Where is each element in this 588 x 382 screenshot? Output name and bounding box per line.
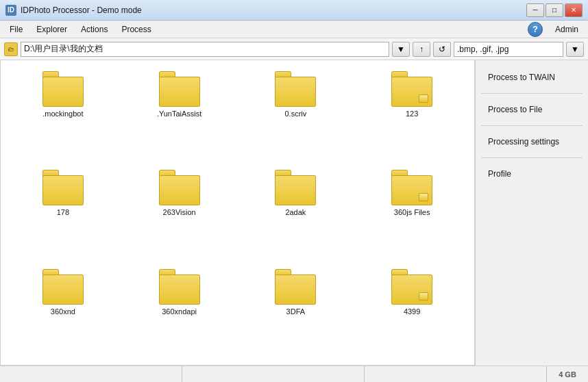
folder-label: .mockingbot [42, 109, 83, 118]
admin-button[interactable]: Admin [548, 23, 585, 36]
right-panel-processing-settings-button[interactable]: Processing settings [481, 131, 583, 152]
main-area: .mockingbot.YunTaiAssist0.scriv123178263… [0, 60, 588, 366]
folder-label: 263Vision [163, 207, 196, 217]
menu-process[interactable]: Process [114, 23, 158, 36]
folder-icon [275, 71, 316, 107]
title-text: IDPhoto Processor - Demo mode [21, 5, 526, 15]
menu-right: ? Admin [528, 22, 585, 37]
folder-label: 178 [57, 207, 69, 217]
folder-icon [42, 170, 84, 205]
path-dropdown-button[interactable]: ▼ [392, 42, 410, 57]
folder-icon [42, 269, 84, 305]
minimize-button[interactable]: ─ [526, 3, 544, 17]
folder-icon [159, 71, 200, 107]
right-panel-profile-button[interactable]: Profile [481, 164, 583, 184]
help-button[interactable]: ? [528, 22, 543, 37]
folder-icon [391, 269, 432, 305]
folder-icon [42, 71, 84, 107]
path-input[interactable] [21, 42, 389, 57]
menu-bar: File Explorer Actions Process ? Admin [0, 21, 588, 38]
menu-file[interactable]: File [3, 23, 29, 36]
folder-item[interactable]: .YunTaiAssist [124, 67, 235, 160]
folder-label: 2adak [285, 207, 306, 217]
folder-label: 3DFA [286, 307, 306, 316]
folder-item[interactable]: 178 [8, 166, 119, 259]
status-seg3 [365, 366, 547, 382]
folder-item[interactable]: 360xndapi [124, 265, 235, 358]
folder-icon [275, 170, 316, 205]
folder-body [275, 275, 316, 305]
file-browser: .mockingbot.YunTaiAssist0.scriv123178263… [0, 60, 475, 366]
right-panel-divider [481, 157, 583, 158]
folder-item[interactable]: 123 [356, 67, 467, 160]
app-icon-label: ID [8, 6, 14, 14]
file-grid: .mockingbot.YunTaiAssist0.scriv123178263… [1, 60, 474, 365]
folder-item[interactable]: .mockingbot [8, 67, 119, 160]
folder-icon [391, 170, 432, 205]
window-controls: ─ □ ✕ [526, 3, 583, 17]
folder-body [159, 175, 200, 205]
app-icon: ID [5, 5, 16, 16]
up-button[interactable]: ↑ [413, 42, 430, 57]
folder-body [275, 77, 316, 107]
path-folder-icon: 🗁 [4, 42, 18, 56]
status-seg1 [0, 366, 182, 382]
folder-label: 360xnd [51, 307, 75, 316]
folder-item[interactable]: 360xnd [8, 265, 119, 358]
toolbar: 🗁 ▼ ↑ ↺ ▼ [0, 38, 588, 60]
folder-item[interactable]: 3DFA [241, 265, 352, 358]
folder-label: 4399 [404, 307, 420, 316]
status-size: 4 GB [547, 366, 588, 382]
right-panel-process-file-button[interactable]: Process to File [481, 99, 583, 120]
right-panel-divider [481, 93, 583, 94]
folder-body [42, 175, 84, 205]
folder-label: .YunTaiAssist [157, 109, 201, 118]
folder-item[interactable]: 4399 [356, 265, 467, 358]
folder-label: 360xndapi [162, 307, 197, 316]
folder-body [159, 275, 200, 305]
folder-item[interactable]: 2adak [241, 166, 352, 259]
folder-item[interactable]: 360js Files [356, 166, 467, 259]
folder-icon [391, 71, 432, 107]
folder-body [42, 77, 84, 107]
close-button[interactable]: ✕ [565, 3, 583, 17]
title-bar: ID IDPhoto Processor - Demo mode ─ □ ✕ [0, 0, 588, 21]
folder-label: 360js Files [394, 207, 430, 217]
folder-body [159, 77, 200, 107]
status-bar: 4 GB [0, 366, 588, 382]
folder-label: 0.scriv [284, 109, 306, 118]
refresh-button[interactable]: ↺ [433, 42, 451, 57]
folder-label: 123 [406, 109, 418, 118]
right-panel-process-twain-button[interactable]: Process to TWAIN [481, 67, 583, 88]
folder-item[interactable]: 0.scriv [241, 67, 352, 160]
folder-overlay [419, 94, 428, 103]
status-seg2 [182, 366, 365, 382]
folder-icon [159, 170, 200, 205]
folder-icon [275, 269, 316, 305]
restore-button[interactable]: □ [546, 3, 563, 17]
folder-body [275, 175, 316, 205]
folder-icon [159, 269, 200, 305]
folder-overlay [419, 292, 428, 301]
folder-item[interactable]: 263Vision [124, 166, 235, 259]
filter-input[interactable] [454, 42, 563, 57]
folder-overlay [419, 193, 428, 201]
menu-explorer[interactable]: Explorer [29, 23, 74, 36]
right-panel: Process to TWAINProcess to FileProcessin… [475, 60, 588, 366]
folder-body [42, 275, 84, 305]
right-panel-divider [481, 125, 583, 126]
menu-actions[interactable]: Actions [74, 23, 114, 36]
filter-dropdown-button[interactable]: ▼ [566, 42, 584, 57]
